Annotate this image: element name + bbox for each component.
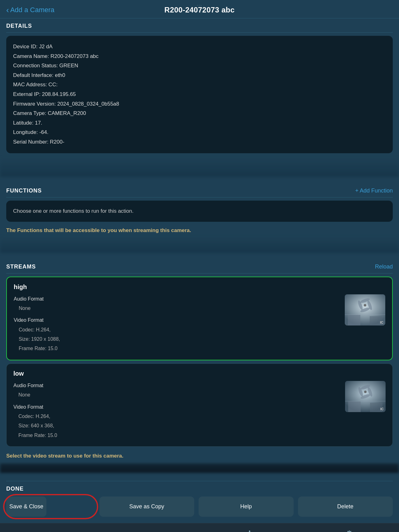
functions-description: Choose one or more functions to run for … [13, 208, 133, 214]
audio-format-value-low: None [18, 392, 30, 397]
audio-format-label-high: Audio Format [14, 296, 44, 302]
main-content: DETAILS Device ID: J2 dA Camera Name: R2… [0, 18, 399, 523]
stream-body-high: Audio Format None Video Format Codec: H.… [14, 294, 385, 354]
action-buttons: Save & Close Save as Copy Help Delete [6, 496, 393, 517]
functions-section-header: FUNCTIONS + Add Function [6, 183, 393, 197]
details-title: DETAILS [6, 23, 32, 29]
latitude: Latitude: 17. [13, 118, 386, 128]
save-close-wrapper: Save & Close [6, 496, 95, 517]
default-interface: Default Interface: eth0 [13, 71, 386, 80]
camera-type: Camera Type: CAMERA_R200 [13, 109, 386, 118]
audio-format-label-low: Audio Format [13, 383, 43, 388]
tool-icon: ⚙ [346, 529, 353, 532]
external-ip: External IP: 208.84.195.65 [13, 90, 386, 99]
stream-item-low[interactable]: low Audio Format None Video Format Codec… [6, 363, 393, 447]
nav-help[interactable]: ⚙ Help [299, 527, 399, 532]
codec-high: Codec: H.264, [19, 327, 50, 332]
stream-item-high[interactable]: high Audio Format None Video Format Code… [6, 277, 393, 360]
codec-low: Codec: H.264, [18, 414, 50, 419]
drag-handle: ··· [197, 2, 202, 7]
save-close-button[interactable]: Save & Close [6, 496, 46, 517]
nav-settings[interactable]: ♟ Settings [200, 527, 299, 532]
svg-point-1 [364, 304, 366, 306]
functions-note: The Functions that will be accessible to… [6, 225, 393, 237]
thumbnail-overlay-high: IC [380, 321, 383, 324]
serial-number: Serial Number: R200- [13, 137, 386, 147]
details-section-header: DETAILS [6, 18, 393, 33]
thumbnail-overlay-low: IC [380, 407, 384, 411]
svg-point-10 [364, 391, 367, 393]
svg-rect-16 [348, 401, 361, 412]
longitude: Longitude: -64. [13, 128, 386, 137]
home-icon: ⌂ [47, 529, 52, 532]
stream-thumbnail-low: IC [345, 381, 386, 412]
done-title: DONE [6, 486, 393, 496]
stream-thumbnail-high: IC [345, 294, 385, 325]
details-card: Device ID: J2 dA Camera Name: R200-24072… [6, 36, 393, 153]
stream-name-low: low [13, 370, 386, 377]
device-id: Device ID: J2 dA [13, 42, 386, 52]
stream-info-high: Audio Format None Video Format Codec: H.… [14, 294, 60, 354]
back-chevron-icon: ‹ [6, 6, 9, 14]
svg-rect-7 [348, 315, 360, 325]
video-format-label-low: Video Format [13, 404, 43, 410]
size-high: Size: 1920 x 1088, [19, 336, 60, 342]
stream-info-low: Audio Format None Video Format Codec: H.… [13, 381, 57, 440]
add-function-button[interactable]: + Add Function [355, 188, 393, 194]
reload-button[interactable]: Reload [375, 264, 393, 270]
mac-address: MAC Address: CC: [13, 80, 386, 90]
audio-format-value-high: None [19, 306, 31, 311]
back-button[interactable]: ‹ Add a Camera [6, 6, 55, 14]
video-format-label-high: Video Format [14, 317, 44, 323]
streams-note: Select the video stream to use for this … [6, 450, 393, 463]
done-section: DONE Save & Close Save as Copy Help Dele… [6, 481, 393, 523]
firmware-version: Firmware Version: 2024_0828_0324_0b55a8 [13, 99, 386, 109]
stream-name-high: high [14, 283, 385, 291]
framerate-high: Frame Rate: 15.0 [19, 346, 58, 351]
person-icon: ♟ [246, 529, 253, 532]
nav-home[interactable]: ⌂ Home [0, 527, 100, 532]
size-low: Size: 640 x 368, [18, 423, 54, 428]
help-button[interactable]: Help [199, 496, 294, 517]
back-label: Add a Camera [10, 6, 55, 14]
streams-title: STREAMS [6, 264, 36, 270]
camera-name: Camera Name: R200-24072073 abc [13, 52, 386, 61]
streams-section-header: STREAMS Reload [6, 259, 393, 273]
clock-icon: ○ [147, 529, 152, 532]
stream-body-low: Audio Format None Video Format Codec: H.… [13, 381, 386, 440]
delete-button[interactable]: Delete [298, 496, 393, 517]
framerate-low: Frame Rate: 15.0 [18, 433, 57, 438]
header: ··· ‹ Add a Camera R200-24072073 abc [0, 0, 399, 18]
bottom-nav: ⌂ Home ○ Events ♟ Settings ⚙ Help [0, 523, 399, 532]
functions-card: Choose one or more functions to run for … [6, 201, 393, 222]
functions-title: FUNCTIONS [6, 188, 42, 194]
save-copy-button[interactable]: Save as Copy [99, 496, 195, 517]
nav-events[interactable]: ○ Events [100, 527, 200, 532]
connection-status: Connection Status: GREEN [13, 61, 386, 71]
